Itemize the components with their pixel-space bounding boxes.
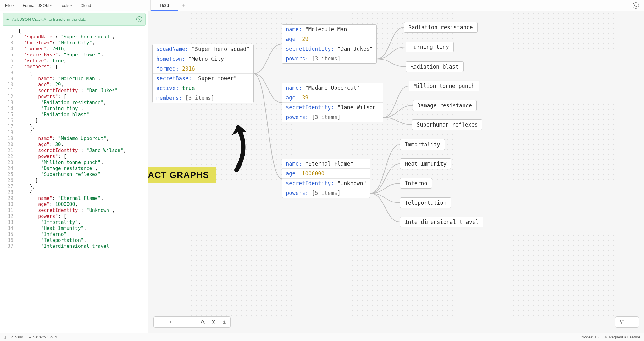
sparkle-icon: ✦ [6,17,9,22]
svg-point-3 [620,321,621,321]
menu-format[interactable]: Format: JSON▾ [19,2,55,9]
search-icon[interactable] [198,317,208,327]
graph-leaf[interactable]: Superhuman reflexes [412,119,482,130]
chevron-down-icon: ▾ [70,4,72,7]
svg-point-2 [213,322,214,323]
tabs: Tab 1 + [150,0,188,11]
graph-leaf[interactable]: Million tonne punch [409,81,479,91]
terminal-icon[interactable]: ▯ [4,335,6,339]
tab-add-button[interactable]: + [178,0,188,11]
statusbar: ▯ ✓ Valid ☁ Save to Cloud Nodes: 15 ✎ Re… [0,333,644,341]
graph-leaf[interactable]: Radiation blast [406,61,464,72]
svg-line-1 [203,323,204,324]
menu-tools[interactable]: Tools▾ [57,2,75,9]
tab-1[interactable]: Tab 1 [151,0,178,11]
graph-member-node[interactable]: name: "Madame Uppercut"age: 39secretIden… [282,83,383,122]
graph-member-node[interactable]: name: "Molecule Man"age: 29secretIdentit… [282,24,377,64]
canvas-toolbar-right [615,316,639,328]
ai-banner[interactable]: ✦ Ask JSON Crack AI to transform the dat… [3,13,146,26]
menu-cloud[interactable]: Cloud [77,2,94,9]
download-icon[interactable] [219,317,229,327]
code-editor[interactable]: 1234567891011121314151617181920212223242… [0,27,148,333]
request-feature-button[interactable]: ✎ Request a Feature [604,335,640,339]
fit-screen-icon[interactable]: ⛶ [187,317,197,327]
status-valid[interactable]: ✓ Valid [10,335,23,339]
canvas-toolbar: ⋮ + − ⛶ [153,316,231,328]
zoom-out-button[interactable]: − [176,317,186,327]
annotation-label: COMPACT GRAPHS [148,167,216,183]
help-icon[interactable]: ? [136,16,142,22]
zoom-in-button[interactable]: + [166,317,176,327]
more-icon[interactable]: ⋮ [155,317,165,327]
graph-leaf[interactable]: Teleportation [400,197,451,208]
svg-point-0 [201,321,204,323]
graph-leaf[interactable]: Inferno [400,178,432,189]
graph-leaf[interactable]: Turning tiny [406,42,454,52]
status-nodes: Nodes: 15 [581,335,599,339]
graph-member-node[interactable]: name: "Eternal Flame"age: 1000000secretI… [282,159,370,198]
list-view-icon[interactable] [627,317,637,327]
graph-leaf[interactable]: Radiation resistance [404,22,478,33]
graph-leaf[interactable]: Heat Immunity [400,158,451,169]
menubar: File▾ Format: JSON▾ Tools▾ Cloud Tab 1 + [0,0,644,11]
editor-pane: ✦ Ask JSON Crack AI to transform the dat… [0,11,148,333]
svg-point-4 [623,321,624,321]
graph-leaf[interactable]: Interdimensional travel [400,217,483,227]
graph-canvas[interactable]: COMPACT GRAPHS ⋮ + − ⛶ [148,11,644,333]
svg-point-5 [621,323,622,324]
annotation-arrow-icon [222,123,254,173]
graph-leaf[interactable]: Immortality [400,139,445,150]
menu-file[interactable]: File▾ [2,2,18,9]
graph-leaf[interactable]: Damage resistance [413,100,477,111]
graph-root-node[interactable]: squadName: "Super hero squad"homeTown: "… [152,44,254,103]
ai-banner-text: Ask JSON Crack AI to transform the data [12,17,86,22]
chevron-down-icon: ▾ [50,4,52,7]
tree-view-icon[interactable] [617,317,627,327]
focus-icon[interactable] [208,317,219,327]
user-icon[interactable] [633,2,639,9]
chevron-down-icon: ▾ [13,4,14,7]
save-to-cloud-button[interactable]: ☁ Save to Cloud [28,335,57,339]
